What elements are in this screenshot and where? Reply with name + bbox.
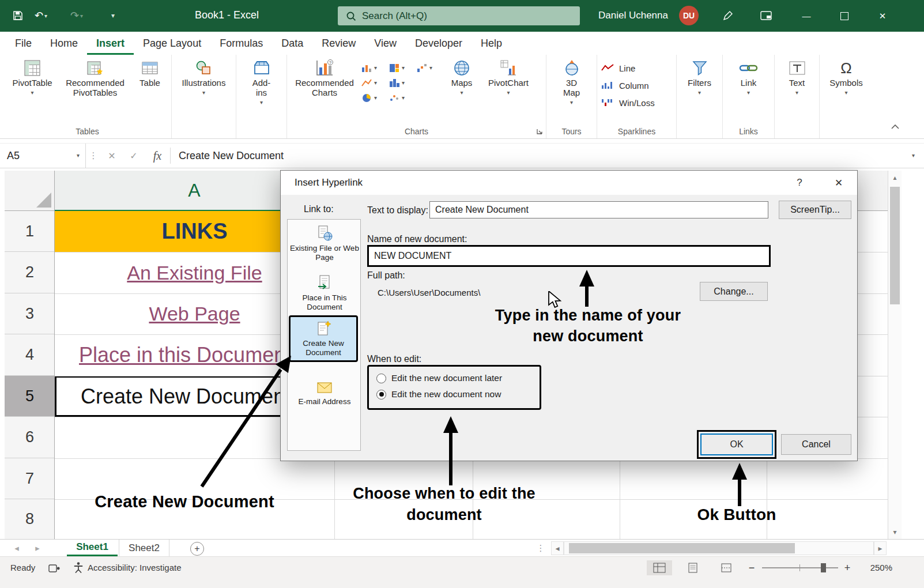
recommended-charts-button[interactable]: ? Recommended Charts bbox=[289, 58, 360, 99]
row-header-1[interactable]: 1 bbox=[5, 211, 55, 252]
hscroll-right-icon[interactable]: ▸ bbox=[874, 541, 887, 555]
accessibility-icon[interactable] bbox=[74, 562, 83, 573]
tab-page-layout[interactable]: Page Layout bbox=[134, 32, 210, 55]
tab-help[interactable]: Help bbox=[472, 32, 511, 55]
sidebar-item-create-new-document[interactable]: Create New Document bbox=[289, 315, 358, 362]
tab-developer[interactable]: Developer bbox=[406, 32, 472, 55]
text-button[interactable]: Text ▾ bbox=[786, 58, 808, 97]
insert-column-chart-button[interactable]: ▾ bbox=[360, 63, 387, 73]
row-header-5[interactable]: 5 bbox=[5, 376, 55, 417]
collapse-ribbon-icon[interactable] bbox=[891, 124, 900, 129]
radio-edit-later[interactable]: Edit the new document later bbox=[376, 373, 540, 383]
insert-scatter-chart-button[interactable]: ▾ bbox=[387, 93, 415, 103]
inking-pen-button[interactable] bbox=[718, 6, 738, 25]
search-box[interactable]: Search (Alt+Q) bbox=[338, 6, 580, 25]
illustrations-button[interactable]: Illustrations ▾ bbox=[180, 58, 228, 97]
sheet-nav-left-icon[interactable]: ◂ bbox=[8, 540, 25, 556]
page-break-view-button[interactable] bbox=[714, 560, 739, 575]
symbols-button[interactable]: Ω Symbols ▾ bbox=[827, 58, 865, 97]
pivottable-button[interactable]: PivotTable ▾ bbox=[6, 58, 59, 97]
sparkline-winloss-button[interactable]: Win/Loss bbox=[597, 94, 676, 111]
screentip-button[interactable]: ScreenTip... bbox=[779, 201, 851, 219]
dialog-close-button[interactable]: ✕ bbox=[828, 175, 849, 190]
enter-entry-icon[interactable]: ✓ bbox=[123, 150, 145, 161]
recommended-pivottables-button[interactable]: Recommended PivotTables bbox=[59, 58, 131, 99]
tab-insert[interactable]: Insert bbox=[87, 32, 134, 55]
avatar[interactable]: DU bbox=[679, 6, 699, 25]
row-header-6[interactable]: 6 bbox=[5, 417, 55, 458]
filters-button[interactable]: Filters ▾ bbox=[685, 58, 714, 97]
zoom-slider-thumb[interactable] bbox=[821, 563, 826, 572]
cancel-entry-icon[interactable]: ✕ bbox=[101, 150, 123, 161]
scroll-down-icon[interactable]: ▾ bbox=[888, 525, 902, 539]
insert-hierarchy-chart-button[interactable]: ▾ bbox=[387, 63, 415, 73]
sidebar-item-email-address[interactable]: E-mail Address bbox=[289, 379, 360, 409]
dialog-help-button[interactable]: ? bbox=[789, 175, 810, 190]
insert-statistic-chart-button[interactable]: ▾ bbox=[387, 78, 415, 88]
row-header-7[interactable]: 7 bbox=[5, 458, 55, 499]
charts-dialog-launcher-icon[interactable] bbox=[536, 128, 543, 135]
tab-home[interactable]: Home bbox=[41, 32, 87, 55]
name-box[interactable]: A5 ▾ bbox=[0, 144, 86, 168]
normal-view-button[interactable] bbox=[647, 560, 672, 575]
link-button[interactable]: Link ▾ bbox=[737, 58, 761, 97]
customize-quick-access-button[interactable]: ▾ bbox=[103, 6, 122, 25]
zoom-level[interactable]: 250% bbox=[860, 563, 892, 572]
radio-edit-now[interactable]: Edit the new document now bbox=[376, 389, 540, 399]
row-header-2[interactable]: 2 bbox=[5, 252, 55, 293]
tab-data[interactable]: Data bbox=[272, 32, 312, 55]
zoom-out-button[interactable]: − bbox=[745, 560, 759, 575]
new-sheet-button[interactable]: + bbox=[190, 542, 204, 556]
3d-map-button[interactable]: 3D Map ▾ bbox=[560, 58, 584, 107]
sidebar-item-existing-file[interactable]: Existing File or Web Page bbox=[289, 223, 360, 264]
save-button[interactable] bbox=[8, 6, 28, 25]
tab-review[interactable]: Review bbox=[312, 32, 365, 55]
zoom-slider-track[interactable] bbox=[762, 567, 838, 568]
select-all-corner[interactable] bbox=[5, 171, 55, 211]
tab-splitter-icon[interactable]: ⋮ bbox=[536, 540, 545, 556]
close-button[interactable]: ✕ bbox=[869, 0, 896, 32]
tab-file[interactable]: File bbox=[6, 32, 41, 55]
undo-button[interactable]: ↶ ▾ bbox=[35, 6, 47, 25]
ribbon-display-options-button[interactable] bbox=[756, 6, 776, 25]
tab-sheet1[interactable]: Sheet1 bbox=[67, 540, 118, 556]
expand-formula-bar-icon[interactable]: ▾ bbox=[912, 153, 915, 159]
sparkline-column-button[interactable]: Column bbox=[597, 77, 676, 94]
redo-button[interactable]: ↷ ▾ bbox=[70, 6, 83, 25]
maps-button[interactable]: Maps ▾ bbox=[443, 58, 481, 97]
scroll-up-icon[interactable]: ▴ bbox=[888, 171, 902, 184]
ok-button[interactable]: OK bbox=[700, 434, 773, 455]
tab-sheet2[interactable]: Sheet2 bbox=[119, 540, 169, 556]
insert-line-chart-button[interactable]: ▾ bbox=[360, 78, 387, 88]
table-button[interactable]: Table bbox=[131, 58, 168, 89]
tab-view[interactable]: View bbox=[365, 32, 406, 55]
cancel-button[interactable]: Cancel bbox=[781, 434, 851, 455]
name-of-new-document-input[interactable]: NEW DOCUMENT bbox=[367, 245, 771, 267]
zoom-in-button[interactable]: + bbox=[840, 560, 854, 575]
hscroll-left-icon[interactable]: ◂ bbox=[551, 541, 564, 555]
text-to-display-input[interactable]: Create New Document bbox=[429, 201, 768, 218]
horizontal-scrollbar[interactable] bbox=[564, 541, 874, 555]
row-header-3[interactable]: 3 bbox=[5, 293, 55, 334]
dialog-title-bar[interactable]: Insert Hyperlink bbox=[281, 171, 857, 195]
sidebar-item-place-in-document[interactable]: Place in This Document bbox=[289, 273, 360, 314]
sheet-nav-right-icon[interactable]: ▸ bbox=[29, 540, 46, 556]
insert-function-icon[interactable]: fx bbox=[145, 149, 170, 163]
minimize-button[interactable]: — bbox=[793, 0, 820, 32]
page-layout-view-button[interactable] bbox=[680, 560, 706, 575]
vertical-scroll-thumb[interactable] bbox=[890, 187, 900, 304]
insert-waterfall-chart-button[interactable]: ▾ bbox=[415, 63, 443, 73]
vertical-scrollbar[interactable]: ▴ ▾ bbox=[888, 171, 902, 539]
insert-pie-chart-button[interactable]: ▾ bbox=[360, 93, 387, 103]
horizontal-scroll-thumb[interactable] bbox=[569, 543, 795, 553]
pivotchart-button[interactable]: PivotChart ▾ bbox=[481, 58, 536, 97]
addins-button[interactable]: Add-ins ▾ bbox=[248, 58, 276, 107]
row-header-8[interactable]: 8 bbox=[5, 499, 55, 539]
change-button[interactable]: Change... bbox=[700, 282, 768, 301]
maximize-button[interactable] bbox=[831, 0, 858, 32]
tab-formulas[interactable]: Formulas bbox=[210, 32, 272, 55]
formula-bar-value[interactable]: Create New Document bbox=[179, 150, 284, 162]
macro-record-icon[interactable] bbox=[48, 564, 60, 573]
row-header-4[interactable]: 4 bbox=[5, 334, 55, 376]
sparkline-line-button[interactable]: Line bbox=[597, 59, 676, 77]
